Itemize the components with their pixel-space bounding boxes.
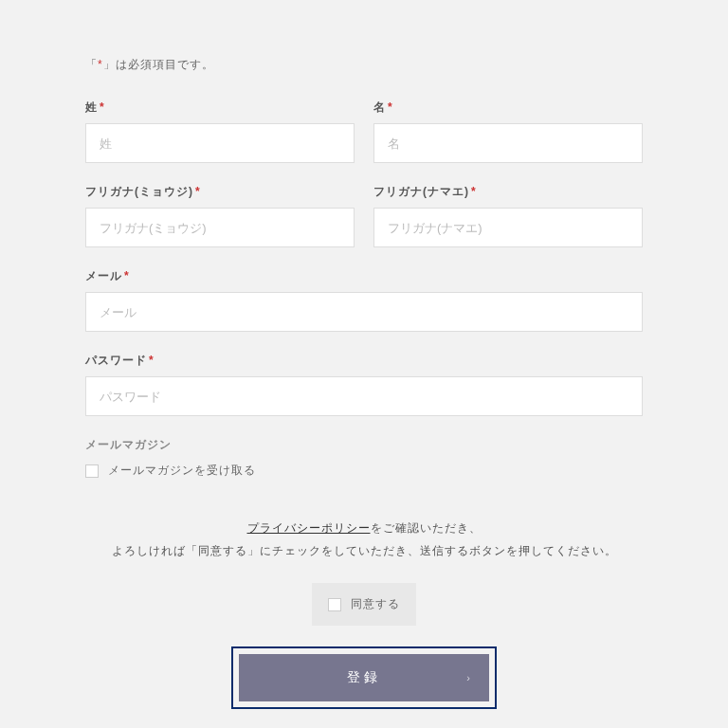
- mail-magazine-checkbox[interactable]: [85, 464, 99, 478]
- agree-checkbox[interactable]: [328, 598, 341, 611]
- email-input[interactable]: [85, 292, 643, 332]
- furigana-first-input[interactable]: [373, 208, 643, 247]
- mail-magazine-optin-label: メールマガジンを受け取る: [108, 463, 256, 479]
- first-name-label: 名*: [373, 100, 643, 116]
- required-fields-note: 「*」は必須項目です。: [85, 57, 643, 73]
- password-label: パスワード*: [85, 353, 643, 369]
- mail-magazine-title: メールマガジン: [85, 437, 643, 453]
- email-label: メール*: [85, 268, 643, 284]
- furigana-last-input[interactable]: [85, 208, 355, 247]
- last-name-label: 姓*: [85, 100, 355, 116]
- password-input[interactable]: [85, 376, 643, 416]
- agree-box[interactable]: 同意する: [312, 583, 416, 626]
- policy-text: プライバシーポリシーをご確認いただき、 よろしければ「同意する」にチェックをして…: [85, 517, 643, 562]
- last-name-input[interactable]: [85, 123, 355, 163]
- furigana-last-label: フリガナ(ミョウジ)*: [85, 184, 355, 200]
- register-button-label: 登録: [347, 669, 381, 686]
- register-button[interactable]: 登録 ›: [239, 654, 489, 701]
- furigana-first-label: フリガナ(ナマエ)*: [373, 184, 643, 200]
- agree-label: 同意する: [351, 596, 400, 612]
- first-name-input[interactable]: [373, 123, 643, 163]
- privacy-policy-link[interactable]: プライバシーポリシー: [247, 521, 371, 535]
- submit-focus-ring: 登録 ›: [231, 646, 497, 709]
- chevron-right-icon: ›: [466, 672, 474, 683]
